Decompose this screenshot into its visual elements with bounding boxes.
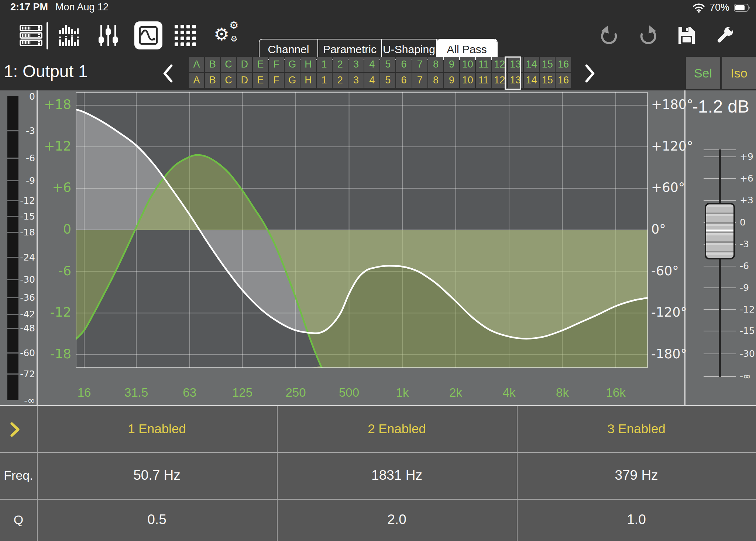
sel-button[interactable]: Sel bbox=[686, 57, 720, 89]
y-axis-phase-label: +180° bbox=[651, 97, 685, 112]
meter-scale-label: 0 bbox=[9, 91, 35, 102]
meter-scale-label: -24 bbox=[9, 252, 35, 263]
x-axis-freq-label: 500 bbox=[329, 386, 370, 400]
y-axis-phase-label: -60° bbox=[651, 263, 685, 278]
channel-cell-bottom-E[interactable]: E bbox=[253, 73, 268, 88]
channel-cell-bottom-12[interactable]: 12 bbox=[492, 73, 507, 88]
channel-cell-top-11[interactable]: 11 bbox=[476, 57, 491, 72]
band-3-q-value[interactable]: 1.0 bbox=[627, 512, 646, 527]
channel-cell-bottom-B[interactable]: B bbox=[205, 73, 220, 88]
band-1-freq-value[interactable]: 50.7 Hz bbox=[133, 468, 181, 483]
meter-scale-label: -6 bbox=[9, 153, 35, 163]
channel-cell-top-2[interactable]: 2 bbox=[333, 57, 348, 72]
fader-scale-label: -9 bbox=[740, 282, 756, 293]
channel-cell-top-10[interactable]: 10 bbox=[460, 57, 475, 72]
channel-cell-bottom-10[interactable]: 10 bbox=[460, 73, 475, 88]
fader-scale-label: -12 bbox=[740, 304, 756, 315]
matrix-view-icon[interactable] bbox=[171, 21, 199, 49]
channel-cell-bottom-H[interactable]: H bbox=[300, 73, 316, 88]
channel-cell-bottom-11[interactable]: 11 bbox=[476, 73, 491, 88]
eq-response-plot[interactable] bbox=[76, 92, 648, 368]
expand-bands-chevron[interactable] bbox=[10, 422, 20, 437]
y-axis-db-label: -18 bbox=[36, 347, 71, 361]
faders-view-icon[interactable] bbox=[94, 21, 122, 49]
eq-curve-view-icon-selected[interactable] bbox=[134, 21, 162, 49]
band-header-1[interactable]: 1 Enabled bbox=[128, 421, 186, 436]
channel-cell-bottom-13[interactable]: 13 bbox=[508, 73, 523, 88]
channel-cell-bottom-F[interactable]: F bbox=[269, 73, 284, 88]
channel-cell-top-F[interactable]: F bbox=[269, 57, 284, 72]
band-header-3[interactable]: 3 Enabled bbox=[607, 421, 666, 436]
channel-cell-top-A[interactable]: A bbox=[189, 57, 204, 72]
next-channel-button[interactable] bbox=[584, 64, 595, 83]
channel-cell-top-C[interactable]: C bbox=[221, 57, 236, 72]
channel-cell-bottom-C[interactable]: C bbox=[221, 73, 236, 88]
battery-percent: 70% bbox=[709, 2, 729, 13]
y-axis-db-label: -6 bbox=[36, 263, 71, 278]
channel-cell-top-4[interactable]: 4 bbox=[364, 57, 379, 72]
status-bar: 2:17 PM Mon Aug 12 70% bbox=[0, 0, 756, 15]
channel-cell-top-16[interactable]: 16 bbox=[556, 57, 571, 72]
y-axis-phase-label: -120° bbox=[651, 305, 685, 320]
channel-cell-bottom-G[interactable]: G bbox=[285, 73, 300, 88]
prev-channel-button[interactable] bbox=[162, 64, 173, 83]
iso-button[interactable]: Iso bbox=[722, 57, 756, 89]
channel-cell-top-E[interactable]: E bbox=[253, 57, 268, 72]
channel-cell-top-3[interactable]: 3 bbox=[348, 57, 364, 72]
row-label-freq: Freq. bbox=[4, 468, 33, 483]
channel-cell-bottom-5[interactable]: 5 bbox=[380, 73, 395, 88]
channel-cell-top-5[interactable]: 5 bbox=[380, 57, 395, 72]
channel-cell-top-B[interactable]: B bbox=[205, 57, 220, 72]
band-3-freq-value[interactable]: 379 Hz bbox=[615, 468, 658, 483]
band-2-q-value[interactable]: 2.0 bbox=[387, 512, 406, 527]
fader-scale-label: 0 bbox=[740, 217, 756, 228]
gears-settings-icon[interactable]: ⚙⚙⚙ bbox=[213, 21, 241, 49]
save-icon[interactable] bbox=[673, 22, 700, 49]
channel-cell-top-6[interactable]: 6 bbox=[396, 57, 411, 72]
gain-readout: -1.2 dB bbox=[687, 96, 755, 117]
band-2-freq-value[interactable]: 1831 Hz bbox=[371, 468, 422, 483]
channel-cell-top-H[interactable]: H bbox=[300, 57, 316, 72]
channel-cell-top-7[interactable]: 7 bbox=[412, 57, 427, 72]
channel-bar: 1: Output 1 ABCDEFGH12345678910111213141… bbox=[0, 56, 756, 90]
channel-cell-bottom-8[interactable]: 8 bbox=[428, 73, 443, 88]
table-divider bbox=[0, 452, 756, 453]
channel-cell-top-G[interactable]: G bbox=[285, 57, 300, 72]
channel-cell-bottom-9[interactable]: 9 bbox=[444, 73, 459, 88]
meter-scale-label: -12 bbox=[9, 195, 35, 206]
channel-cell-bottom-16[interactable]: 16 bbox=[556, 73, 571, 88]
channel-cell-top-D[interactable]: D bbox=[237, 57, 252, 72]
undo-icon[interactable] bbox=[596, 22, 623, 49]
channel-cell-bottom-1[interactable]: 1 bbox=[317, 73, 332, 88]
channel-cell-top-13[interactable]: 13 bbox=[508, 57, 523, 72]
channel-cell-bottom-2[interactable]: 2 bbox=[333, 73, 348, 88]
channel-cell-top-1[interactable]: 1 bbox=[317, 57, 332, 72]
redo-icon[interactable] bbox=[635, 22, 661, 49]
channel-cell-bottom-D[interactable]: D bbox=[237, 73, 252, 88]
tools-wrench-icon[interactable] bbox=[711, 22, 738, 49]
channel-cell-top-12[interactable]: 12 bbox=[492, 57, 507, 72]
meters-view-icon[interactable] bbox=[56, 21, 84, 49]
gain-fader-track[interactable] bbox=[719, 149, 721, 377]
channel-cell-bottom-6[interactable]: 6 bbox=[396, 73, 411, 88]
channel-cell-bottom-A[interactable]: A bbox=[189, 73, 204, 88]
channel-cell-bottom-3[interactable]: 3 bbox=[348, 73, 364, 88]
channel-cell-top-9[interactable]: 9 bbox=[444, 57, 459, 72]
fader-scale-label: +3 bbox=[740, 195, 756, 206]
channel-cell-bottom-15[interactable]: 15 bbox=[540, 73, 555, 88]
channel-cell-top-15[interactable]: 15 bbox=[540, 57, 555, 72]
gain-fader-handle[interactable] bbox=[705, 203, 735, 259]
channel-cell-top-14[interactable]: 14 bbox=[524, 57, 539, 72]
band-1-q-value[interactable]: 0.5 bbox=[147, 512, 166, 527]
channel-cell-bottom-4[interactable]: 4 bbox=[364, 73, 379, 88]
channel-cell-bottom-7[interactable]: 7 bbox=[412, 73, 427, 88]
meter-scale-label: -42 bbox=[9, 309, 35, 320]
y-axis-phase-label: -180° bbox=[651, 347, 685, 361]
band-header-2[interactable]: 2 Enabled bbox=[368, 421, 426, 436]
channel-cell-top-8[interactable]: 8 bbox=[428, 57, 443, 72]
rack-view-icon[interactable] bbox=[17, 21, 45, 49]
x-axis-freq-label: 63 bbox=[169, 386, 210, 400]
x-axis-freq-label: 4k bbox=[489, 386, 529, 400]
meter-scale-label: -18 bbox=[9, 227, 35, 238]
channel-cell-bottom-14[interactable]: 14 bbox=[524, 73, 539, 88]
